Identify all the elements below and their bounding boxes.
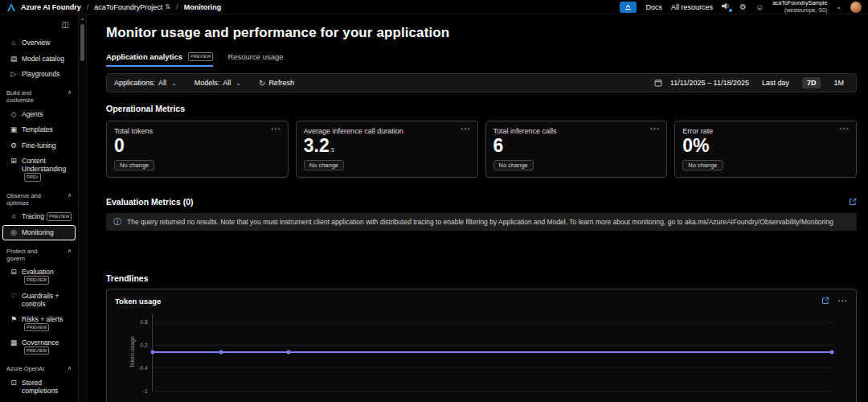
sidebar-item-label: Tracing (22, 212, 44, 220)
info-message: The query returned no results. Note that… (127, 218, 833, 226)
all-resources-link[interactable]: All resources (671, 3, 713, 11)
applications-filter-value: All (158, 79, 166, 87)
brand-title[interactable]: Azure AI Foundry (21, 3, 81, 11)
more-icon[interactable]: ⋯ (837, 295, 848, 306)
page: Azure AI Foundry / acaToFoundryProject ⇅… (0, 0, 868, 402)
preview-badge: PREV (24, 173, 41, 181)
sidebar-item-playgrounds[interactable]: ▷ Playgrounds (2, 67, 76, 82)
sidebar-item-batch-jobs[interactable]: ☰ Batch jobs (2, 399, 76, 402)
preview-badge: PREVIEW (47, 212, 72, 220)
templates-icon: ▣ (10, 125, 18, 134)
token-usage-card: Token usage ⋯ Token usage 0.80.2-0.4-1 (106, 289, 857, 402)
token-usage-plot: 0.80.2-0.4-1 (152, 314, 832, 391)
evaluation-metrics-heading: Evaluation Metrics (0) (106, 197, 194, 207)
sidebar-group-azure-openai[interactable]: Azure OpenAI ∧ (0, 359, 78, 374)
settings-gear-icon[interactable]: ⚙ (739, 3, 747, 11)
chevron-down-icon: ⌄ (235, 80, 241, 87)
home-icon: ⌂ (10, 39, 18, 47)
playgrounds-icon: ▷ (10, 70, 18, 79)
sidebar-item-governance[interactable]: ▦ GovernancePREVIEW (2, 335, 76, 358)
range-7d-button[interactable]: 7D (802, 77, 821, 88)
sidebar-item-content-understanding[interactable]: ⊞ Content UnderstandingPREV (2, 154, 76, 184)
sidebar-item-agents[interactable]: ◇ Agents (2, 107, 76, 122)
change-badge: No change (304, 160, 344, 170)
date-range[interactable]: 11/11/2025 – 11/18/2025 (670, 79, 749, 87)
guardrails-icon: ♡ (10, 292, 18, 301)
sidebar-item-overview[interactable]: ⌂ Overview (2, 35, 76, 51)
sidebar-item-monitoring[interactable]: ◎ Monitoring (2, 225, 76, 240)
chart-gridline (153, 391, 832, 392)
models-filter[interactable]: Models: All ⌄ (194, 79, 241, 87)
y-tick-label: 0.2 (125, 342, 148, 347)
refresh-label: Refresh (268, 79, 294, 87)
breadcrumb-separator: / (176, 2, 178, 11)
sidebar-item-label: Stored completions (22, 379, 72, 395)
sidebar-item-label: Risks + alerts (22, 315, 63, 323)
collapse-panel-icon[interactable]: ◫ (62, 20, 69, 29)
sidebar-item-guardrails-controls[interactable]: ♡ Guardrails + controls (2, 289, 76, 311)
docs-link[interactable]: Docs (645, 3, 662, 11)
page-title: Monitor usage and performance for your a… (106, 25, 857, 41)
metric-value: 3.2 (304, 135, 330, 156)
preview-badge: PREVIEW (24, 276, 49, 284)
tracing-icon: ⌗ (10, 212, 18, 221)
breadcrumb-project[interactable]: acaToFoundryProject ⇅ (94, 3, 170, 11)
account-menu[interactable]: acaToFoundrySample (westeurope, S0) (772, 0, 827, 14)
tab-resource-usage[interactable]: Resource usage (227, 52, 283, 67)
tab-application-analytics[interactable]: Application analytics PREVIEW (106, 52, 213, 67)
scroll-up-icon[interactable]: ▲ (79, 16, 86, 21)
resource-switcher-button[interactable] (620, 2, 637, 13)
range-last-day-button[interactable]: Last day (757, 77, 794, 88)
applications-filter[interactable]: Applications: All ⌄ (114, 79, 177, 87)
sidebar-group-observe-and-optimize[interactable]: Observe and optimize ∧ (0, 186, 78, 209)
tab-bar: Application analytics PREVIEW Resource u… (106, 52, 857, 67)
feedback-icon[interactable]: ☺ (755, 3, 764, 11)
main-content: Monitor usage and performance for your a… (87, 14, 868, 402)
sidebar-item-evaluation[interactable]: ⊟ EvaluationPREVIEW (2, 265, 76, 287)
agents-icon: ◇ (10, 110, 18, 119)
open-in-new-icon[interactable] (849, 198, 857, 206)
sidebar-item-risks-alerts[interactable]: ⚑ Risks + alertsPREVIEW (2, 312, 76, 334)
sidebar-group-protect-and-govern[interactable]: Protect and govern ∧ (0, 241, 78, 265)
sidebar-item-templates[interactable]: ▣ Templates (2, 122, 76, 137)
y-tick-label: -0.4 (125, 365, 148, 371)
chevron-down-icon[interactable]: ⌄ (836, 3, 841, 10)
chevron-up-icon[interactable]: ∧ (68, 89, 72, 96)
chart-marker (151, 351, 155, 355)
refresh-icon: ↻ (259, 79, 265, 88)
range-1m-button[interactable]: 1M (829, 77, 849, 88)
model-catalog-icon: ▤ (10, 55, 18, 64)
chart-marker (219, 351, 223, 355)
chart-gridline (153, 367, 832, 368)
token-usage-line (153, 351, 832, 353)
sidebar-group-build-and-customize[interactable]: Build and customize ∧ (0, 83, 78, 106)
y-tick-label: 0.8 (125, 318, 148, 324)
chevron-up-icon[interactable]: ∧ (68, 365, 72, 372)
sidebar-item-label: Guardrails + controls (22, 292, 72, 308)
app-body: ◫ ⌂ Overview ▤ Model catalog ▷ Playgroun… (0, 14, 868, 402)
sidebar-item-stored-completions[interactable]: ⊡ Stored completions (2, 375, 76, 398)
metric-label: Total tokens (114, 127, 280, 135)
info-icon: ⓘ (113, 216, 121, 228)
chevron-up-icon[interactable]: ∧ (68, 192, 72, 199)
announcements-icon[interactable] (722, 2, 731, 11)
more-icon[interactable]: ⋯ (461, 123, 471, 134)
more-icon[interactable]: ⋯ (271, 123, 281, 134)
preview-badge: PREVIEW (24, 323, 49, 331)
project-switcher-icon[interactable]: ⇅ (165, 3, 170, 10)
avatar[interactable] (850, 2, 862, 13)
scrollbar-thumb[interactable] (80, 24, 84, 61)
more-icon[interactable]: ⋯ (649, 123, 660, 134)
sidebar-item-tracing[interactable]: ⌗ TracingPREVIEW (2, 209, 76, 224)
refresh-button[interactable]: ↻ Refresh (259, 79, 294, 88)
chevron-up-icon[interactable]: ∧ (68, 248, 72, 255)
info-bar: ⓘ The query returned no results. Note th… (106, 213, 857, 231)
sidebar-item-model-catalog[interactable]: ▤ Model catalog (2, 51, 76, 67)
notification-dot (729, 9, 732, 12)
sidebar-item-fine-tuning[interactable]: ⚙ Fine-tuning (2, 138, 76, 154)
sidebar-item-label: Agents (22, 110, 72, 118)
more-icon[interactable]: ⋯ (839, 123, 850, 134)
sidebar-scrollbar[interactable]: ▲ (78, 14, 87, 402)
chevron-down-icon: ⌄ (171, 80, 177, 87)
open-in-new-icon[interactable] (821, 297, 829, 305)
